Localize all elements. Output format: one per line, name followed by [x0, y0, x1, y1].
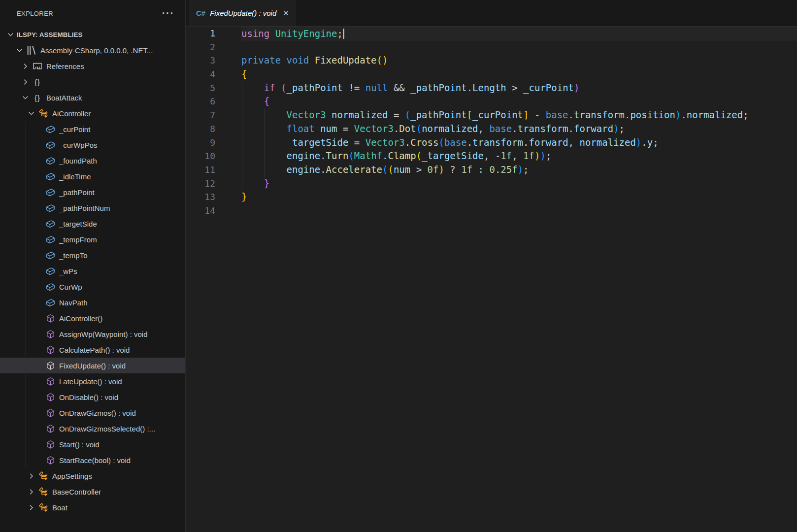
method-icon	[44, 408, 56, 418]
code-line-4: 4{	[186, 67, 797, 81]
field-icon	[44, 235, 56, 244]
token: FixedUpdate	[315, 55, 377, 66]
tree-item-ilspy-assemblies[interactable]: ILSPY: ASSEMBLIES	[0, 27, 185, 42]
tree-item-_pathpoint[interactable]: _pathPoint	[0, 184, 185, 200]
tree-item-label: AiController()	[59, 314, 105, 323]
tree-item-_curwppos[interactable]: _curWpPos	[0, 137, 185, 153]
tree-item-_tempto[interactable]: _tempTo	[0, 247, 185, 263]
code-line-1: 1using UnityEngine;	[186, 27, 797, 40]
tree-item-label: OnDisable() : void	[59, 393, 121, 401]
tree-item-aicontroller[interactable]: AiController	[0, 105, 185, 121]
chevron-down-icon[interactable]	[13, 46, 26, 55]
code-text[interactable]: using UnityEngine;	[215, 27, 344, 40]
token: Cross	[410, 137, 438, 148]
code-text[interactable]: if (_pathPoint != null && _pathPoint.Len…	[215, 81, 579, 95]
line-number: 13	[186, 190, 215, 204]
tree-item-references[interactable]: References	[0, 58, 185, 74]
tree-item-_curpoint[interactable]: _curPoint	[0, 121, 185, 137]
token: (	[416, 150, 422, 161]
tree-item-assignwp-waypoint-void[interactable]: AssignWp(Waypoint) : void	[0, 326, 185, 342]
code-editor[interactable]: 1using UnityEngine;23private void FixedU…	[186, 27, 797, 532]
code-text[interactable]	[215, 40, 241, 54]
token: transform	[518, 123, 568, 134]
tree-item-_tempfrom[interactable]: _tempFrom	[0, 232, 185, 247]
tree-item-label: CurWp	[59, 283, 85, 291]
token: )	[438, 164, 444, 175]
token: )	[534, 150, 540, 161]
code-text[interactable]: engine.Accelerate((num > 0f) ? 1f : 0.25…	[215, 163, 529, 177]
tree-item-_idletime[interactable]: _idleTime	[0, 168, 185, 184]
tree-item-label: _idleTime	[59, 172, 94, 181]
field-icon	[44, 203, 56, 213]
tree-item-_foundpath[interactable]: _foundPath	[0, 153, 185, 168]
namespace-icon: {}	[32, 78, 43, 86]
chevron-right-icon[interactable]	[25, 472, 37, 480]
token: )	[518, 164, 523, 175]
tree-item-_pathpointnum[interactable]: _pathPointNum	[0, 200, 185, 216]
tree-item-aicontroller[interactable]: AiController()	[0, 310, 185, 326]
token: .	[320, 164, 326, 175]
tree-item-label: _curWpPos	[59, 141, 100, 149]
chevron-right-icon[interactable]	[19, 78, 32, 86]
token	[241, 150, 287, 161]
code-line-5: 5 if (_pathPoint != null && _pathPoint.L…	[186, 81, 797, 95]
method-icon	[44, 456, 56, 465]
chevron-right-icon[interactable]	[25, 488, 37, 496]
close-icon[interactable]: ✕	[283, 9, 289, 17]
code-text[interactable]	[215, 204, 241, 218]
chevron-down-icon[interactable]	[25, 109, 37, 118]
token	[241, 164, 287, 175]
code-text[interactable]: float num = Vector3.Dot(normalized, base…	[215, 122, 625, 136]
token: Accelerate	[326, 164, 382, 175]
tab-fixedupdate[interactable]: C# FixedUpdate() : void ✕	[189, 0, 296, 26]
code-text[interactable]: _targetSide = Vector3.Cross(base.transfo…	[215, 136, 659, 150]
tree-item-start-void[interactable]: Start() : void	[0, 436, 185, 452]
tree-item-label: OnDrawGizmos() : void	[59, 409, 139, 417]
chevron-right-icon[interactable]	[19, 62, 32, 70]
token: .	[512, 123, 517, 134]
tree-item-calculatepath-void[interactable]: CalculatePath() : void	[0, 342, 185, 358]
code-text[interactable]: engine.Turn(Mathf.Clamp(_targetSide, -1f…	[215, 149, 551, 163]
tree-item-ondisable-void[interactable]: OnDisable() : void	[0, 389, 185, 405]
token: float	[287, 123, 315, 134]
code-text[interactable]: }	[215, 190, 247, 204]
tree-item-label: _tempFrom	[59, 235, 100, 244]
tree-item-fixedupdate-void[interactable]: FixedUpdate() : void	[0, 358, 185, 373]
tree-item-curwp[interactable]: CurWp	[0, 279, 185, 295]
tree-item-namespace[interactable]: {}	[0, 74, 185, 90]
token: transform	[472, 137, 523, 148]
tree-item-boatattack[interactable]: {}BoatAttack	[0, 90, 185, 105]
tree-item-basecontroller[interactable]: BaseController	[0, 484, 185, 499]
tree-item-ondrawgizmosselected[interactable]: OnDrawGizmosSelected() :...	[0, 421, 185, 436]
field-icon	[44, 125, 56, 134]
class-icon	[37, 108, 49, 118]
token: -	[495, 150, 500, 161]
tree-item-navpath[interactable]: NavPath	[0, 295, 185, 310]
ellipsis-icon[interactable]: ···	[162, 11, 174, 15]
chevron-right-icon[interactable]	[25, 503, 37, 512]
tree-item-assembly-csharp-0-0-0-0-net[interactable]: Assembly-CSharp, 0.0.0.0, .NET...	[0, 42, 185, 58]
token: Vector3	[287, 109, 326, 120]
tree-indent-guide	[26, 121, 26, 468]
tree-item-_targetside[interactable]: _targetSide	[0, 216, 185, 232]
chevron-down-icon[interactable]	[4, 31, 17, 39]
tree-item-startrace-bool-void[interactable]: StartRace(bool) : void	[0, 452, 185, 468]
code-text[interactable]: private void FixedUpdate()	[215, 54, 388, 67]
chevron-down-icon[interactable]	[19, 94, 32, 102]
tree-item-label: FixedUpdate() : void	[59, 362, 129, 370]
text-cursor	[343, 29, 344, 39]
tree-item-ondrawgizmos-void[interactable]: OnDrawGizmos() : void	[0, 405, 185, 421]
tree-item-lateupdate-void[interactable]: LateUpdate() : void	[0, 373, 185, 389]
code-text[interactable]: }	[215, 177, 269, 191]
tree-item-appsettings[interactable]: AppSettings	[0, 468, 185, 484]
token: engine	[287, 150, 321, 161]
code-text[interactable]: {	[215, 95, 269, 108]
code-text[interactable]: {	[215, 67, 247, 81]
token: )	[636, 137, 641, 148]
token	[241, 123, 287, 134]
tree-item-label: _pathPointNum	[59, 204, 113, 212]
tree-item-boat[interactable]: Boat	[0, 499, 185, 515]
code-text[interactable]: Vector3 normalized = (_pathPoint[_curPoi…	[215, 108, 749, 122]
tree-item-_wps[interactable]: _wPs	[0, 263, 185, 279]
token: ;	[546, 150, 551, 161]
